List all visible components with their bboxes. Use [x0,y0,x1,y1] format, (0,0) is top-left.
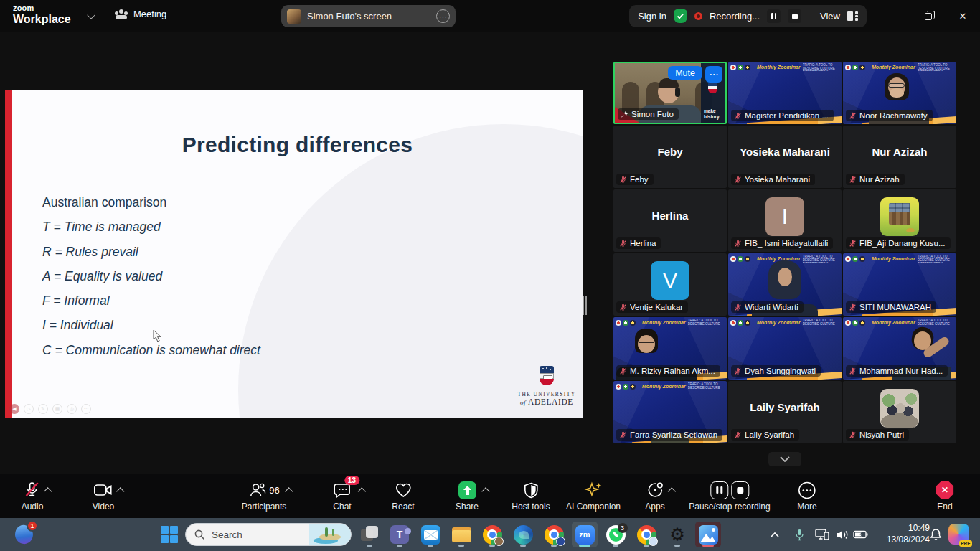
audio-button[interactable]: Audio [22,480,44,512]
tray-battery-icon[interactable] [850,522,870,547]
participant-tile[interactable]: IFIB_ Ismi Hidayatullaili [728,189,842,252]
mute-participant-button[interactable]: Mute [668,66,702,80]
tray-date: 13/08/2024 [874,534,930,546]
pause-stop-recording-button[interactable]: Pause/stop recording [689,480,770,512]
next-slide-button[interactable]: ▷ [24,404,34,414]
tab-meeting[interactable]: Meeting [115,9,166,19]
participants-options-chevron[interactable] [286,486,293,493]
stop-recording-button[interactable] [788,9,801,23]
participant-tile[interactable]: FebyFeby [613,126,727,188]
pause-recording-button[interactable] [767,9,781,23]
tray-copilot-icon[interactable]: PRE [948,524,969,545]
tray-notification-bell-icon[interactable]: z [925,522,946,547]
more-button[interactable]: More [797,480,816,512]
tray-speaker-icon[interactable] [832,522,852,547]
tray-display-icon[interactable] [811,522,833,547]
prev-slide-button[interactable]: ◀ [9,404,19,414]
apps-button[interactable]: Apps [645,480,664,512]
participant-tile[interactable]: Monthly ZoominarTRAFIC: A TOOL TO DESCRI… [843,62,956,124]
muted-mic-icon [849,112,857,120]
participant-tile[interactable]: Laily SyarifahLaily Syarifah [728,381,842,443]
taskbar-chrome-profile1-icon[interactable] [479,522,505,547]
stop-recording-icon[interactable] [731,481,749,499]
tray-microphone-icon[interactable] [789,522,809,547]
participant-tile[interactable]: Yosieka MaharaniYosieka Maharani [728,126,842,188]
tray-clock[interactable]: 10:49 13/08/2024 [874,523,930,545]
recording-status: Recording... [710,11,760,22]
slide-accent-bar [5,90,12,418]
participants-button[interactable]: 96 Participants [242,480,287,512]
restore-button[interactable] [911,0,946,32]
taskbar-chrome-profile2-icon[interactable] [541,522,567,547]
taskbar-mail-icon[interactable] [418,522,443,547]
muted-mic-icon [734,303,742,311]
brand-bottom: Workplace [13,14,71,25]
participant-gallery: makehistory.Mute⋯Simon FutoMonthly Zoomi… [613,62,956,443]
apps-icon [646,481,664,499]
taskbar-chrome-profile3-icon[interactable] [633,522,659,547]
panel-resize-handle[interactable] [583,296,589,315]
taskbar-file-explorer-icon[interactable] [448,522,474,547]
participant-tile[interactable]: Monthly ZoominarTRAFIC: A TOOL TO DESCRI… [613,317,727,380]
taskbar-widgets-icon[interactable] [357,522,382,547]
participant-tile[interactable]: Monthly ZoominarTRAFIC: A TOOL TO DESCRI… [843,317,956,380]
share-button[interactable]: Share [456,480,479,512]
taskbar-search[interactable]: Search [185,523,352,546]
institution-logos-icon [730,256,750,262]
view-layout-icon[interactable] [847,11,858,21]
end-button[interactable]: ✕ End [936,480,954,512]
video-options-chevron[interactable] [118,486,124,493]
pen-tool-button[interactable]: ✎ [38,404,48,414]
search-daily-image[interactable] [309,523,351,546]
share-screen-icon [458,481,476,499]
participant-tile[interactable]: VVentje Kalukar [613,253,727,316]
taskbar-whatsapp-icon[interactable]: 3 [603,522,628,547]
close-button[interactable]: ✕ [946,0,980,32]
search-icon [194,529,205,540]
chevron-down-icon[interactable] [87,11,95,19]
participant-tile[interactable]: Nisyah Putri [843,381,956,443]
security-shield-icon[interactable] [674,9,687,23]
share-options-button[interactable]: ⋯ [436,9,450,23]
participant-tile[interactable]: Nur AzizahNur Azizah [843,126,956,188]
start-button[interactable] [156,522,182,547]
more-participants-button[interactable] [768,452,801,466]
chat-options-chevron[interactable] [359,486,365,493]
view-button[interactable]: View [820,11,840,22]
audio-options-chevron[interactable] [45,486,52,493]
taskbar-notification-app-icon[interactable]: 1 [13,523,36,546]
minimize-button[interactable]: — [877,0,911,32]
more-tools-button[interactable]: ⋯ [81,404,91,414]
participant-tile[interactable]: makehistory.Mute⋯Simon Futo [613,62,727,124]
screen-share-pill[interactable]: Simon Futo's screen ⋯ [281,5,456,27]
slide-decoration [238,124,583,418]
participant-tile[interactable]: Monthly ZoominarTRAFIC: A TOOL TO DESCRI… [728,253,842,316]
windows-taskbar: 1 Search T zm 3 ⚙ [0,518,980,551]
video-button[interactable]: Video [93,480,114,512]
host-tools-button[interactable]: Host tools [512,480,550,512]
participant-tile[interactable]: Monthly ZoominarTRAFIC: A TOOL TO DESCRI… [613,381,727,443]
participant-tile[interactable]: HerlinaHerlina [613,189,727,252]
participant-tile[interactable]: Monthly ZoominarTRAFIC: A TOOL TO DESCRI… [728,62,842,124]
slides-grid-button[interactable]: ▦ [52,404,62,414]
pause-recording-icon[interactable] [710,481,728,499]
participant-tile[interactable]: Monthly ZoominarTRAFIC: A TOOL TO DESCRI… [843,253,956,316]
zoom-tool-button[interactable]: ◎ [67,404,77,414]
taskbar-photos-icon[interactable] [695,522,721,547]
chat-button[interactable]: 13 Chat [333,480,351,512]
ai-companion-button[interactable]: AI Companion [566,480,621,512]
sign-in-link[interactable]: Sign in [638,11,666,22]
banner-header: Monthly ZoominarTRAFIC: A TOOL TO DESCRI… [613,381,727,392]
participant-more-button[interactable]: ⋯ [705,66,722,83]
taskbar-edge-icon[interactable] [510,522,536,547]
taskbar-settings-icon[interactable]: ⚙ [664,522,690,547]
taskbar-zoom-icon[interactable]: zm [572,522,598,547]
brand-top: zoom [13,4,71,12]
react-button[interactable]: React [392,480,414,512]
share-options-chevron[interactable] [483,486,489,493]
participant-tile[interactable]: Monthly ZoominarTRAFIC: A TOOL TO DESCRI… [728,317,842,380]
participant-tile[interactable]: FIB_Aji Danang Kusu... [843,189,956,252]
tray-chevron-up-icon[interactable] [765,522,785,547]
taskbar-teams-icon[interactable]: T [387,522,413,547]
apps-options-chevron[interactable] [669,486,675,493]
